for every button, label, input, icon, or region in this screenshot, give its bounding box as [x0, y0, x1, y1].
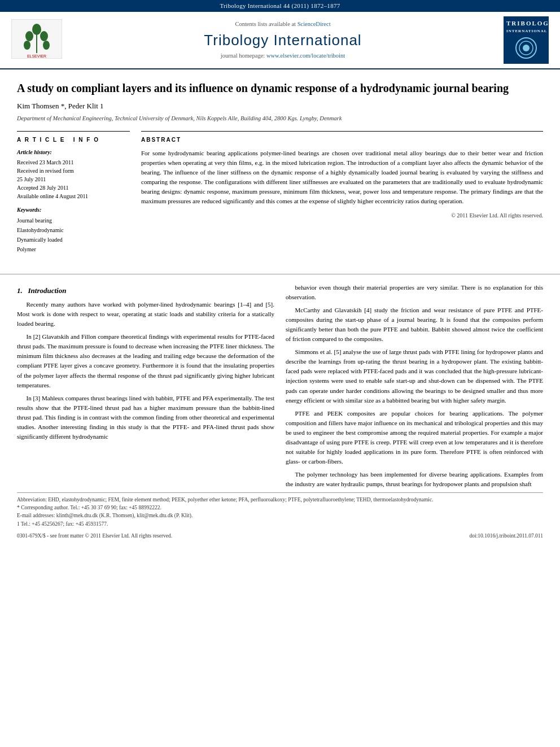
intro-section-title: 1. Introduction — [17, 285, 274, 296]
svg-point-5 — [24, 41, 30, 50]
keyword-2: Elastohydrodynamic — [17, 225, 130, 235]
contents-line: Contents lists available at ScienceDirec… — [68, 20, 498, 29]
left-column: A R T I C L E I N F O Article history: R… — [17, 131, 130, 254]
intro-para-2: In [2] Glavatskih and Fillon compare the… — [17, 332, 274, 390]
bottom-footer: 0301-679X/$ - see front matter © 2011 El… — [17, 532, 543, 540]
body-left-column: 1. Introduction Recently many authors ha… — [17, 283, 274, 492]
section-divider — [0, 274, 560, 274]
email-footnote: E-mail addresses: klinth@mek.dtu.dk (K.R… — [17, 512, 543, 519]
right-para-4: PTFE and PEEK composites are popular cho… — [286, 409, 543, 466]
svg-point-2 — [32, 24, 41, 35]
tribology-logo-subtitle: INTERNATIONAL — [506, 29, 546, 34]
right-para-5: The polymer technology has been implemen… — [286, 470, 543, 489]
copyright: © 2011 Elsevier Ltd. All rights reserved… — [141, 212, 543, 220]
abstract-text: For some hydrodynamic bearing applicatio… — [141, 148, 543, 206]
body-right-column: behavior even though their material prop… — [286, 283, 543, 492]
tribology-logo: TRIBOLOGY INTERNATIONAL — [504, 16, 549, 64]
accepted-date: Accepted 28 July 2011 — [17, 184, 130, 192]
abstract-section: ABSTRACT For some hydrodynamic bearing a… — [141, 131, 543, 254]
article-history-label: Article history: — [17, 148, 130, 156]
available-date: Available online 4 August 2011 — [17, 192, 130, 200]
svg-point-4 — [40, 31, 48, 41]
right-para-2: McCarthy and Glavatskih [4] study the fr… — [286, 305, 543, 344]
revised-date: Received in revised form — [17, 167, 130, 175]
revised-date-2: 25 July 2011 — [17, 175, 130, 184]
article-dates: Received 23 March 2011 Received in revis… — [17, 158, 130, 200]
svg-point-6 — [43, 41, 50, 50]
tel2-footnote: 1 Tel.: +45 45256267; fax: +45 45931577. — [17, 520, 543, 528]
svg-point-3 — [25, 31, 33, 41]
article-meta-section: A R T I C L E I N F O Article history: R… — [17, 131, 543, 254]
abstract-header: ABSTRACT — [141, 136, 543, 144]
right-para-1: behavior even though their material prop… — [286, 283, 543, 302]
top-banner: ELSEVIER Contents lists available at Sci… — [0, 12, 560, 69]
keyword-4: Polymer — [17, 244, 130, 254]
keyword-1: Journal bearing — [17, 216, 130, 225]
homepage-link[interactable]: www.elsevier.com/locate/triboint — [266, 53, 345, 59]
keyword-3: Dynamically loaded — [17, 235, 130, 244]
footer-doi: doi:10.1016/j.triboint.2011.07.011 — [470, 532, 543, 540]
svg-point-10 — [523, 45, 530, 51]
article-info-header: A R T I C L E I N F O — [17, 136, 130, 144]
journal-header: Tribology International 44 (2011) 1872–1… — [0, 0, 560, 12]
journal-title: Tribology International — [68, 30, 498, 50]
elsevier-logo: ELSEVIER — [11, 19, 62, 62]
sciencedirect-link[interactable]: ScienceDirect — [298, 21, 331, 27]
abbreviation-footnote: Abbreviation: EHD, elastohydrodynamic; F… — [17, 496, 543, 504]
keywords-label: Keywords: — [17, 206, 130, 214]
keywords-list: Journal bearing Elastohydrodynamic Dynam… — [17, 216, 130, 254]
banner-center: Contents lists available at ScienceDirec… — [68, 20, 498, 60]
paper-container: A study on compliant layers and its infl… — [0, 69, 560, 265]
journal-homepage: journal homepage: www.elsevier.com/locat… — [68, 52, 498, 60]
footnotes: Abbreviation: EHD, elastohydrodynamic; F… — [17, 492, 543, 528]
journal-citation: Tribology International 44 (2011) 1872–1… — [220, 2, 340, 9]
tribology-logo-title: TRIBOLOGY — [506, 19, 546, 28]
paper-title: A study on compliant layers and its infl… — [17, 81, 543, 95]
intro-para-3: In [3] Mahleux compares thrust bearings … — [17, 394, 274, 442]
authors: Kim Thomsen *, Peder Klit 1 — [17, 101, 543, 111]
affiliation: Department of Mechanical Engineering, Te… — [17, 115, 543, 123]
footer-license: 0301-679X/$ - see front matter © 2011 El… — [17, 532, 172, 540]
right-para-3: Simmons et al. [5] analyse the use of la… — [286, 347, 543, 405]
body-section: 1. Introduction Recently many authors ha… — [0, 283, 560, 492]
corresponding-footnote: * Corresponding author. Tel.: +45 30 37 … — [17, 504, 543, 512]
received-date: Received 23 March 2011 — [17, 158, 130, 167]
svg-text:ELSEVIER: ELSEVIER — [27, 54, 46, 58]
intro-para-1: Recently many authors have worked with p… — [17, 300, 274, 329]
